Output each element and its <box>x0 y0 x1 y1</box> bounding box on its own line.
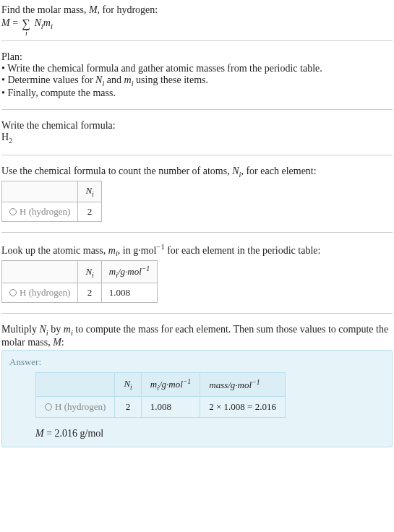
col-mi-exp: −1 <box>183 377 191 385</box>
col-mi-sym: m <box>150 379 157 390</box>
mult-N: N <box>40 324 46 335</box>
mi-cell: 1.008 <box>101 283 157 303</box>
col-ni-sym: N <box>85 185 92 196</box>
lookup-text: Look up the atomic mass, mi, in g·mol−1 … <box>1 243 393 257</box>
count-table: Ni H (hydrogen) 2 <box>1 181 102 222</box>
mult-by: by <box>48 324 64 335</box>
table-header-row: Ni <box>2 181 102 202</box>
plan2-pre: • Determine values for <box>1 74 95 85</box>
count-post: , for each element: <box>241 166 316 176</box>
lookup-post: for each element in the periodic table: <box>165 245 321 256</box>
multiply-text: Multiply Ni by mi to compute the mass fo… <box>1 324 393 348</box>
ni-cell: 2 <box>78 283 101 303</box>
table-row: H (hydrogen) 2 1.008 <box>2 283 158 303</box>
mass-cell: 2 × 1.008 = 2.016 <box>200 397 286 418</box>
plan2-m: m <box>124 74 132 85</box>
eq-N: N <box>34 17 40 28</box>
element-cell: H (hydrogen) <box>2 283 78 303</box>
col-mi-exp: −1 <box>142 265 150 273</box>
table-row: H (hydrogen) 2 1.008 2 × 1.008 = 2.016 <box>36 397 286 418</box>
ni-cell: 2 <box>78 202 101 222</box>
intro-M: M <box>89 4 98 15</box>
element-cell: H (hydrogen) <box>2 202 78 222</box>
plan-item-1: • Write the chemical formula and gather … <box>1 63 393 74</box>
col-mi: mi/g·mol−1 <box>101 261 157 283</box>
element-dot-icon <box>9 208 17 215</box>
lookup-pre: Look up the atomic mass, <box>1 245 108 256</box>
element-name: H (hydrogen) <box>20 206 70 217</box>
element-cell: H (hydrogen) <box>36 397 115 418</box>
sigma-index: i <box>25 29 27 37</box>
col-ni-sub: i <box>92 270 94 278</box>
col-ni: Ni <box>78 181 101 202</box>
intro-equation: M = ∑i Nimi <box>1 17 393 30</box>
divider <box>1 40 393 41</box>
divider <box>1 313 393 314</box>
col-ni-sym: N <box>85 266 92 277</box>
element-name: H (hydrogen) <box>55 401 106 412</box>
mult-m: m <box>64 324 71 335</box>
col-ni: Ni <box>115 373 141 397</box>
table-header-row: Ni mi/g·mol−1 <box>2 261 158 283</box>
sigma-icon: ∑i <box>22 17 30 30</box>
plan2-and: and <box>104 74 124 85</box>
divider <box>1 155 393 155</box>
col-mi: mi/g·mol−1 <box>141 373 200 397</box>
final-result: M = 2.016 g/mol <box>35 428 385 439</box>
col-mi-unit: /g·mol <box>118 267 142 278</box>
final-M: M <box>35 428 44 439</box>
col-ni-sym: N <box>124 378 130 389</box>
col-mass-exp: −1 <box>252 378 260 386</box>
eq-equals: = <box>10 17 21 28</box>
col-blank <box>2 181 78 202</box>
divider <box>1 109 393 110</box>
col-mi-sym: m <box>109 267 116 278</box>
lookup-table: Ni mi/g·mol−1 H (hydrogen) 2 1.008 <box>1 260 158 303</box>
ni-cell: 2 <box>115 397 141 418</box>
count-pre: Use the chemical formula to count the nu… <box>1 166 232 176</box>
col-ni-sub: i <box>130 383 132 391</box>
eq-m: m <box>43 17 51 28</box>
mult-colon: : <box>61 337 64 348</box>
lookup-exp: −1 <box>156 243 164 251</box>
answer-label: Answer: <box>9 356 385 368</box>
chemical-formula: Write the chemical formula: H2 <box>1 120 393 145</box>
element-name: H (hydrogen) <box>20 287 70 298</box>
col-mi-unit: /g·mol <box>159 379 183 390</box>
answer-table: Ni mi/g·mol−1 mass/g·mol−1 H (hydrogen) … <box>35 372 286 418</box>
formula-heading: Write the chemical formula: <box>1 120 393 132</box>
intro-text: Find the molar mass, M, for hydrogen: <box>1 4 393 16</box>
lookup-m: m <box>108 245 116 256</box>
formula-value: H2 <box>1 132 393 145</box>
col-blank <box>36 373 115 397</box>
table-header-row: Ni mi/g·mol−1 mass/g·mol−1 <box>36 373 286 397</box>
intro-post: , for hydrogen: <box>98 4 158 15</box>
col-mass-text: mass/g·mol <box>209 379 252 390</box>
count-atoms: Use the chemical formula to count the nu… <box>1 166 393 222</box>
mi-cell: 1.008 <box>141 397 200 418</box>
col-blank <box>2 261 78 283</box>
col-ni: Ni <box>78 261 101 283</box>
plan-item-2: • Determine values for Ni and mi using t… <box>1 74 393 87</box>
answer-box: Answer: Ni mi/g·mol−1 mass/g·mol−1 H (hy… <box>1 350 393 447</box>
col-mass: mass/g·mol−1 <box>200 373 286 397</box>
col-ni-sub: i <box>92 190 94 198</box>
mult-M: M <box>53 337 61 348</box>
count-text: Use the chemical formula to count the nu… <box>1 166 393 179</box>
formula-H: H <box>1 132 9 142</box>
intro: Find the molar mass, M, for hydrogen: M … <box>1 4 393 30</box>
plan-item-3: • Finally, compute the mass. <box>1 87 393 99</box>
eq-m-sub: i <box>51 22 53 30</box>
formula-sub: 2 <box>9 137 12 145</box>
element-dot-icon <box>9 289 17 296</box>
sigma-symbol: ∑ <box>22 17 30 30</box>
plan: Plan: • Write the chemical formula and g… <box>1 51 393 99</box>
multiply-section: Multiply Ni by mi to compute the mass fo… <box>1 324 393 447</box>
divider <box>1 232 393 233</box>
eq-M: M <box>1 17 10 28</box>
element-dot-icon <box>45 403 52 411</box>
plan-heading: Plan: <box>1 51 393 63</box>
mult-pre: Multiply <box>1 324 40 335</box>
intro-pre: Find the molar mass, <box>1 4 89 15</box>
plan2-tail: using these items. <box>134 74 208 85</box>
